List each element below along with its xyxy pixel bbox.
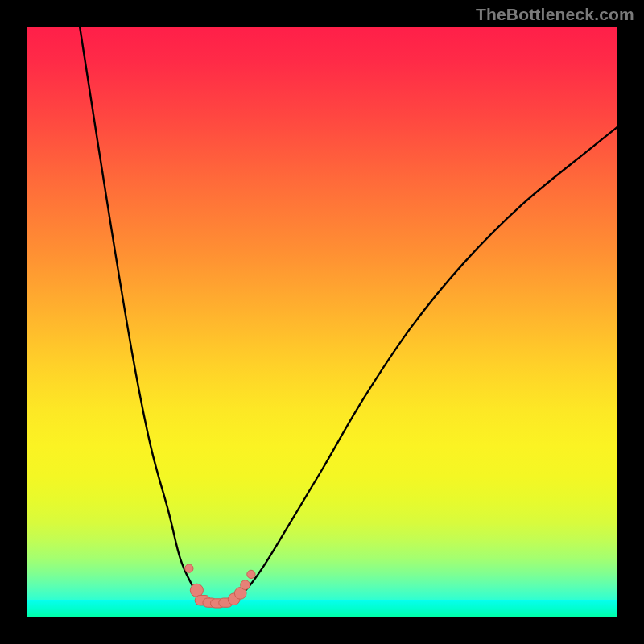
chart-frame: TheBottleneck.com (0, 0, 644, 644)
curve-layer (27, 27, 617, 617)
curve-marker (241, 580, 250, 590)
curve-marker (247, 570, 255, 578)
watermark-text: TheBottleneck.com (476, 5, 634, 24)
curve-marker (190, 584, 203, 597)
curve-marker (185, 564, 193, 572)
plot-area (27, 27, 617, 617)
bottleneck-curve (80, 27, 617, 604)
